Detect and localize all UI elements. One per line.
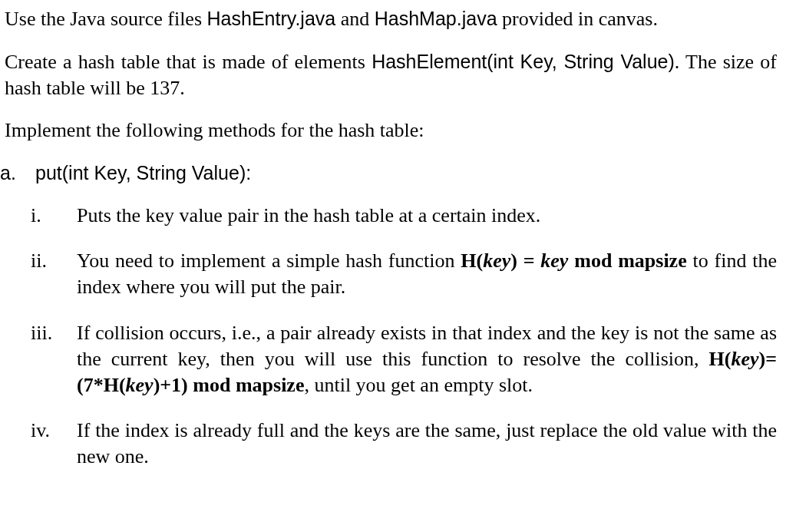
text: If collision occurs, i.e., a pair alread… [77,322,777,370]
text: Create a hash table that is made of elem… [5,51,372,73]
list-content-i: Puts the key value pair in the hash tabl… [77,203,777,229]
list-item-iv: iv. If the index is already full and the… [21,418,777,470]
list-item-a: a. put(int Key, String Value): [0,160,777,186]
code-signature: HashElement(int Key, String Value) [372,51,675,72]
list-item-i: i. Puts the key value pair in the hash t… [21,203,777,229]
list-content-iii: If collision occurs, i.e., a pair alread… [77,320,777,398]
text: Use the Java source files [5,8,207,30]
text: provided in canvas. [497,8,658,30]
formula-text: ) = [510,249,540,272]
formula-var: key [483,249,510,272]
document-page: Use the Java source files HashEntry.java… [0,0,786,470]
list-marker-a: a. [0,160,35,186]
code-filename: HashEntry.java [207,8,336,29]
text: You need to implement a simple hash func… [77,249,461,272]
formula-var: key [540,249,568,272]
paragraph-2: Create a hash table that is made of elem… [5,49,777,101]
list-content-a: put(int Key, String Value): [35,160,777,186]
formula-text: mod mapsize [568,249,686,272]
formula-var: key [731,348,758,370]
paragraph-3: Implement the following methods for the … [5,117,777,144]
list-content-ii: You need to implement a simple hash func… [77,248,777,300]
formula-var: key [126,374,154,396]
list-content-iv: If the index is already full and the key… [77,418,777,470]
code-filename: HashMap.java [375,8,497,29]
list-item-ii: ii. You need to implement a simple hash … [21,248,777,300]
formula-text: )+1) mod mapsize [154,374,305,396]
text: and [335,8,375,30]
formula-text: H( [709,348,732,370]
formula-text: H( [461,249,483,272]
list-item-iii: iii. If collision occurs, i.e., a pair a… [21,320,777,398]
inner-list: i. Puts the key value pair in the hash t… [21,203,777,470]
list-marker-ii: ii. [21,248,77,300]
paragraph-1: Use the Java source files HashEntry.java… [5,6,777,32]
list-marker-i: i. [21,203,77,229]
list-marker-iii: iii. [21,320,77,398]
list-marker-iv: iv. [21,418,77,470]
text: Implement the following methods for the … [5,119,424,141]
text: , until you get an empty slot. [304,374,533,396]
